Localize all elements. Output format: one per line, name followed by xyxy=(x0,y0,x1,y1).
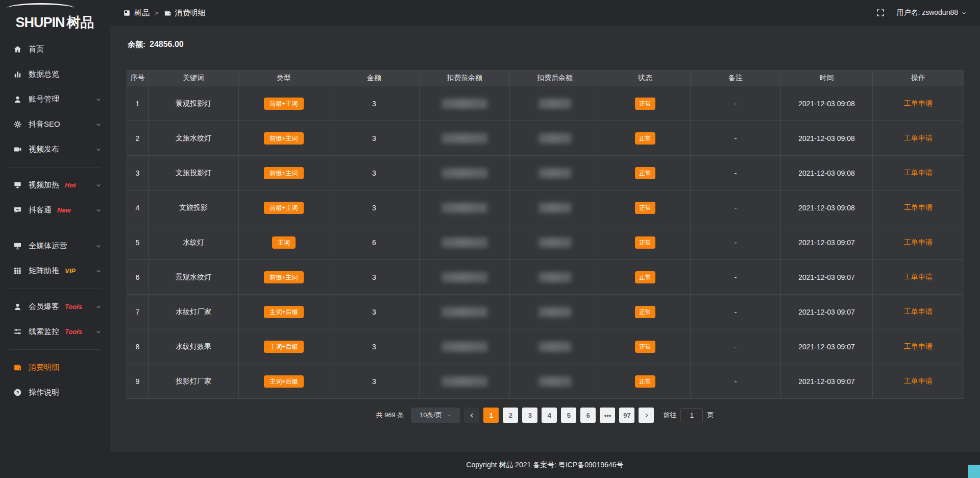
floating-widget[interactable] xyxy=(968,465,980,478)
page-size-select[interactable]: 10条/页 xyxy=(411,408,460,423)
masked-balance-after xyxy=(538,99,571,109)
sidebar-item-tag: Tools xyxy=(65,328,82,336)
cell-type: 主词+后缀 xyxy=(239,364,329,399)
work-order-link[interactable]: 工单申请 xyxy=(904,238,933,246)
sidebar-item-label: 账号管理 xyxy=(29,94,59,104)
cell-balance-after xyxy=(510,156,600,190)
page-button-4[interactable]: 4 xyxy=(542,408,557,423)
page-button-5[interactable]: 5 xyxy=(561,408,576,423)
cell-balance-after xyxy=(510,225,600,260)
sidebar-item-data-overview[interactable]: 数据总览 xyxy=(0,62,110,87)
page-button-6[interactable]: 6 xyxy=(580,408,596,423)
sidebar-item-home[interactable]: 首页 xyxy=(0,37,110,62)
col-header-balance-after: 扣费后余额 xyxy=(510,70,600,86)
jump-suffix: 页 xyxy=(707,411,714,420)
work-order-link[interactable]: 工单申请 xyxy=(904,307,933,316)
work-order-link[interactable]: 工单申请 xyxy=(904,203,933,211)
status-badge: 正常 xyxy=(635,306,655,318)
sidebar-item-lead-monitor[interactable]: 线索监控Tools xyxy=(0,319,110,344)
sidebar-item-tag: New xyxy=(57,206,71,214)
cell-amount: 3 xyxy=(329,295,420,329)
page-button-1[interactable]: 1 xyxy=(483,408,499,423)
page-button-97[interactable]: 97 xyxy=(619,408,634,423)
cell-balance-before xyxy=(420,156,510,190)
cell-remark: - xyxy=(691,121,781,156)
masked-balance-after xyxy=(538,342,571,352)
sidebar-item-douketong[interactable]: 抖客通New xyxy=(0,198,110,223)
sidebar-item-label: 抖客通 xyxy=(29,205,52,215)
work-order-link[interactable]: 工单申请 xyxy=(904,342,933,350)
work-order-link[interactable]: 工单申请 xyxy=(904,377,933,385)
cell-remark: - xyxy=(691,190,781,225)
consumption-table: 序号关键词类型金额扣费前余额扣费后余额状态备注时间操作 1景观投影灯前缀+主词3… xyxy=(127,70,964,399)
sidebar-item-matrix-boost[interactable]: 矩阵助推VIP xyxy=(0,258,110,283)
status-badge: 正常 xyxy=(635,375,655,388)
fullscreen-icon[interactable] xyxy=(876,8,885,17)
prev-page-button[interactable] xyxy=(464,408,479,423)
user-menu[interactable]: 用户名: zswodun88 xyxy=(896,8,967,17)
content: 余额:24856.00 序号关键词类型金额扣费前余额扣费后余额状态备注时间操作 … xyxy=(110,26,980,452)
table-row: 9投影灯厂家主词+后缀3正常-2021-12-03 09:07工单申请 xyxy=(127,364,964,399)
app-icon xyxy=(123,9,131,17)
cell-time: 2021-12-03 09:07 xyxy=(781,225,873,260)
sidebar-item-member-burst[interactable]: 会员爆客Tools xyxy=(0,294,110,319)
cell-keyword: 投影灯厂家 xyxy=(149,364,239,399)
chevron-down-icon xyxy=(95,182,102,188)
sidebar-item-media-operation[interactable]: 全媒体运营 xyxy=(0,233,110,258)
cell-type: 主词+后缀 xyxy=(239,329,329,364)
page-jump: 前往页 xyxy=(663,408,714,422)
pagination: 共 969 条10条/页123456•••97前往页 xyxy=(127,408,963,423)
breadcrumb-item-shupin[interactable]: 树品 xyxy=(123,8,150,18)
cell-action: 工单申请 xyxy=(873,121,964,156)
chevron-down-icon xyxy=(95,268,102,274)
chevron-down-icon xyxy=(95,122,102,128)
work-order-link[interactable]: 工单申请 xyxy=(904,169,933,177)
cell-type: 前缀+主词 xyxy=(239,190,329,225)
masked-balance-before xyxy=(442,376,487,387)
sidebar-item-video-publish[interactable]: 视频发布 xyxy=(0,137,110,162)
cell-balance-before xyxy=(420,295,510,329)
cell-remark: - xyxy=(691,156,781,190)
masked-balance-before xyxy=(442,133,487,144)
col-header-balance-before: 扣费前余额 xyxy=(420,70,510,86)
masked-balance-after xyxy=(538,168,571,178)
cell-time: 2021-12-03 09:07 xyxy=(781,329,873,364)
cell-amount: 3 xyxy=(329,329,420,364)
status-badge: 正常 xyxy=(635,202,655,214)
chevron-down-icon xyxy=(95,304,102,310)
work-order-link[interactable]: 工单申请 xyxy=(904,134,933,142)
page-button-3[interactable]: 3 xyxy=(522,408,537,423)
cell-action: 工单申请 xyxy=(873,190,964,225)
table-header-row: 序号关键词类型金额扣费前余额扣费后余额状态备注时间操作 xyxy=(127,70,964,86)
cell-status: 正常 xyxy=(600,260,691,295)
cell-status: 正常 xyxy=(600,121,691,156)
next-page-button[interactable] xyxy=(639,408,654,423)
cell-action: 工单申请 xyxy=(873,86,964,121)
sidebar-item-label: 数据总览 xyxy=(29,69,59,79)
cell-index: 6 xyxy=(127,260,149,295)
sidebar-item-video-heat[interactable]: 视频加热Hot xyxy=(0,173,110,198)
cell-remark: - xyxy=(691,364,781,399)
jump-page-input[interactable] xyxy=(680,408,703,422)
cell-action: 工单申请 xyxy=(873,260,964,295)
sidebar-item-label: 视频发布 xyxy=(29,145,59,154)
page-button-2[interactable]: 2 xyxy=(503,408,518,423)
more-pages-button[interactable]: ••• xyxy=(600,408,615,423)
work-order-link[interactable]: 工单申请 xyxy=(904,273,933,281)
sidebar-item-douyin-seo[interactable]: 抖音SEO xyxy=(0,112,110,137)
sidebar-item-account[interactable]: 账号管理 xyxy=(0,87,110,112)
status-badge: 正常 xyxy=(635,167,655,179)
sidebar-item-operation-guide[interactable]: ?操作说明 xyxy=(0,380,110,405)
work-order-link[interactable]: 工单申请 xyxy=(904,99,933,107)
cell-type: 前缀+主词 xyxy=(239,121,329,156)
topbar-right: 用户名: zswodun88 xyxy=(876,8,967,17)
cell-keyword: 水纹灯 xyxy=(149,225,239,260)
breadcrumb: 树品>消费明细 xyxy=(123,8,206,18)
masked-balance-before xyxy=(442,237,487,248)
monitor-icon xyxy=(13,242,22,250)
balance-line: 余额:24856.00 xyxy=(128,40,962,50)
cell-action: 工单申请 xyxy=(873,156,964,190)
sidebar-item-label: 消费明细 xyxy=(29,363,59,372)
sidebar-item-consume-detail[interactable]: 消费明细 xyxy=(0,355,110,380)
breadcrumb-item-consume-detail[interactable]: 消费明细 xyxy=(164,8,206,18)
